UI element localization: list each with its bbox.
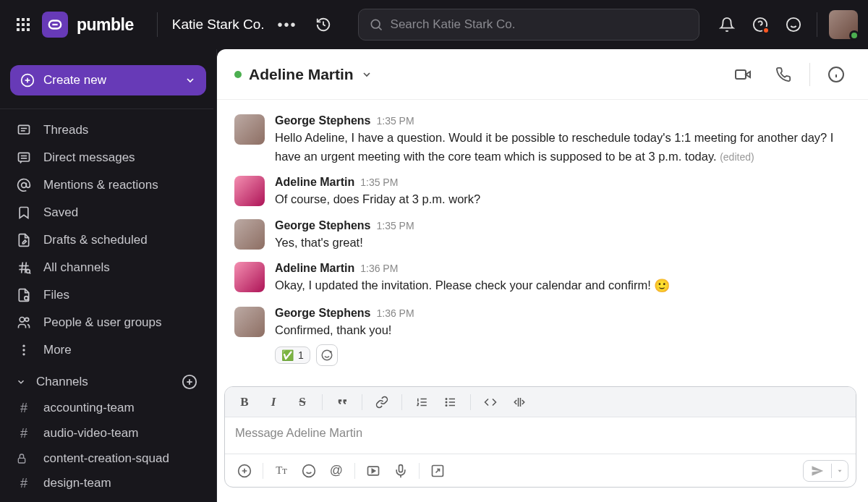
svg-rect-4 (22, 23, 25, 26)
video-call-icon[interactable] (728, 60, 757, 89)
ordered-list-icon[interactable] (409, 391, 434, 413)
channel-name: accounting-team (43, 401, 135, 415)
emoji-picker-icon[interactable] (297, 459, 321, 482)
message-author[interactable]: George Stephens (275, 114, 370, 127)
audio-record-icon[interactable] (388, 459, 413, 482)
message-avatar[interactable] (234, 114, 265, 145)
apps-grid-icon[interactable] (10, 12, 36, 38)
add-reaction-icon[interactable] (316, 344, 338, 366)
channel-item[interactable]: #audio-video-team (0, 421, 213, 446)
message-author[interactable]: George Stephens (275, 307, 370, 320)
send-options-caret-icon[interactable] (831, 464, 848, 478)
message-input[interactable]: Message Adeline Martin (225, 417, 856, 454)
nav-item-label: All channels (43, 260, 110, 275)
divider (0, 109, 213, 109)
add-channel-icon[interactable] (182, 374, 197, 390)
shortcut-icon[interactable] (425, 459, 450, 482)
svg-line-30 (22, 262, 23, 273)
attach-icon[interactable] (232, 459, 257, 482)
message-author[interactable]: Adeline Martin (275, 176, 354, 189)
sidebar-scroll[interactable]: ThreadsDirect messagesMentions & reactio… (0, 109, 216, 502)
message-author[interactable]: Adeline Martin (275, 262, 354, 275)
svg-point-38 (22, 344, 25, 346)
svg-point-62 (446, 401, 447, 403)
search-bar[interactable] (358, 9, 699, 41)
presence-online-icon (849, 30, 859, 41)
send-icon (804, 461, 831, 481)
reactions-bar: ✅1 (275, 344, 851, 366)
divider (157, 12, 158, 37)
text-format-icon[interactable]: Tт (269, 459, 294, 482)
code-block-icon[interactable] (507, 391, 532, 413)
message-text: Confirmed, thank you! (275, 321, 851, 340)
quote-icon[interactable] (330, 391, 354, 413)
strike-icon[interactable]: S (290, 391, 315, 413)
message-avatar[interactable] (234, 262, 265, 292)
dm-icon (16, 150, 32, 166)
chat-title-button[interactable]: Adeline Martin (234, 66, 373, 83)
message-text: Okay, I updated the invitation. Please c… (275, 276, 851, 297)
history-icon[interactable] (310, 12, 336, 38)
nav-item-bookmark[interactable]: Saved (0, 199, 213, 226)
svg-rect-21 (19, 125, 30, 134)
reaction-pill[interactable]: ✅1 (275, 346, 310, 364)
video-clip-icon[interactable] (361, 459, 386, 482)
svg-point-36 (20, 317, 25, 322)
chat-info-icon[interactable] (822, 60, 851, 89)
bookmark-icon (16, 205, 32, 221)
nav-item-dm[interactable]: Direct messages (0, 144, 213, 171)
app-logo-icon[interactable] (42, 12, 68, 38)
message: Adeline Martin1:36 PMOkay, I updated the… (217, 258, 868, 302)
nav-item-channels[interactable]: All channels (0, 254, 213, 281)
bold-icon[interactable]: B (232, 391, 257, 413)
notifications-icon[interactable] (712, 10, 741, 39)
divider (401, 394, 402, 410)
nav-item-threads[interactable]: Threads (0, 116, 213, 144)
channel-item[interactable]: #dev-team (0, 496, 213, 502)
mention-icon[interactable]: @ (324, 459, 349, 482)
svg-line-12 (378, 27, 381, 30)
workspace-name[interactable]: Katie Stark Co. (172, 17, 265, 33)
svg-rect-8 (27, 28, 30, 31)
channel-item[interactable]: content-creation-squad (0, 446, 213, 471)
link-icon[interactable] (370, 391, 394, 413)
help-icon[interactable] (746, 10, 775, 39)
message: Adeline Martin1:35 PMOf course, does Fri… (217, 171, 868, 215)
user-avatar[interactable] (829, 10, 858, 39)
nav-item-draft[interactable]: Drafts & scheduled (0, 226, 213, 254)
svg-marker-73 (372, 469, 375, 472)
nav-item-files[interactable]: Files (0, 281, 213, 309)
send-button[interactable] (803, 460, 848, 482)
notification-dot-icon (762, 27, 770, 34)
svg-rect-24 (19, 153, 30, 161)
channels-section-header[interactable]: Channels (0, 364, 213, 396)
channel-item[interactable]: #design-team (0, 471, 213, 496)
create-new-button[interactable]: Create new (10, 65, 206, 95)
italic-icon[interactable]: I (261, 391, 286, 413)
message-author[interactable]: George Stephens (275, 219, 370, 232)
presence-online-icon (234, 71, 242, 78)
svg-rect-44 (18, 458, 25, 463)
message-list[interactable]: George Stephens1:35 PMHello Adeline, I h… (217, 100, 868, 386)
nav-item-more[interactable]: More (0, 336, 213, 364)
create-label: Create new (43, 73, 106, 88)
nav-item-people[interactable]: People & user groups (0, 309, 213, 336)
emoji-reactions-icon[interactable] (779, 10, 808, 39)
nav-item-label: Files (43, 288, 69, 302)
message-avatar[interactable] (234, 307, 265, 337)
nav-item-mention[interactable]: Mentions & reactions (0, 171, 213, 199)
nav-item-label: Saved (43, 205, 78, 220)
top-bar: pumble Katie Stark Co. ••• (0, 0, 868, 49)
workspace-menu-icon[interactable]: ••• (278, 17, 297, 33)
message-avatar[interactable] (234, 176, 265, 206)
nav-item-label: More (43, 343, 72, 357)
message-text: Yes, that's great! (275, 234, 851, 252)
code-icon[interactable] (478, 391, 503, 413)
channel-item[interactable]: #accounting-team (0, 396, 213, 421)
voice-call-icon[interactable] (769, 60, 798, 89)
svg-point-40 (22, 353, 25, 355)
svg-rect-45 (736, 70, 746, 79)
search-input[interactable] (391, 17, 689, 32)
bullet-list-icon[interactable] (438, 391, 463, 413)
message-avatar[interactable] (234, 219, 265, 250)
